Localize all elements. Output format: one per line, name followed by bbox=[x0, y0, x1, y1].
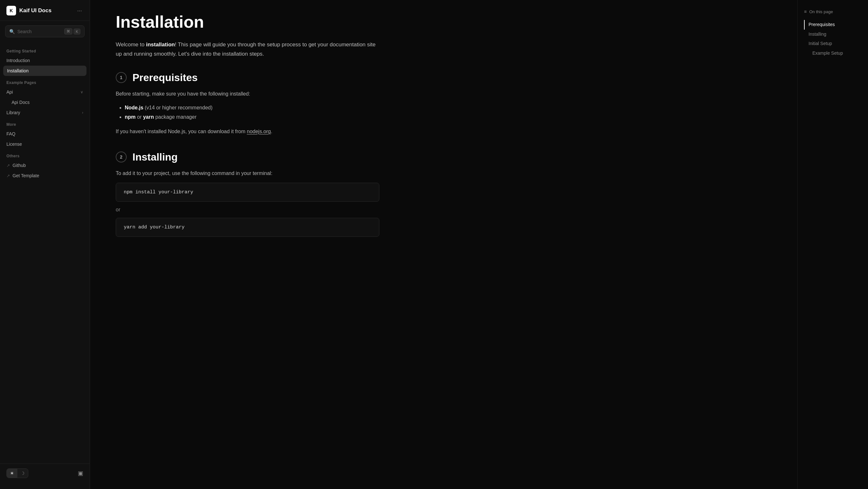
prerequisites-section: 1 Prerequisites Before starting, make su… bbox=[116, 72, 379, 136]
search-kbd-cmd: ⌘ bbox=[64, 28, 72, 34]
search-kbd: ⌘ K bbox=[64, 28, 81, 34]
library-chevron-icon: › bbox=[82, 110, 83, 115]
logo-title: Kaif UI Docs bbox=[19, 7, 52, 14]
sidebar-item-introduction[interactable]: Introduction bbox=[0, 55, 90, 66]
installing-number: 2 bbox=[116, 151, 127, 163]
page-title: Installation bbox=[116, 13, 772, 31]
sidebar-item-github[interactable]: ↗ Github bbox=[0, 160, 90, 171]
sidebar-item-api-docs[interactable]: Api Docs bbox=[0, 97, 90, 108]
prerequisites-footer: If you haven't installed Node.js, you ca… bbox=[116, 127, 379, 136]
layout-toggle-icon[interactable]: ▣ bbox=[78, 470, 83, 477]
installing-title: Installing bbox=[132, 151, 178, 163]
code-block-yarn: yarn add your-library bbox=[116, 218, 379, 237]
page-intro: Welcome to installation! This page will … bbox=[116, 40, 379, 59]
logo-area: K Kaif UI Docs bbox=[6, 6, 52, 16]
sidebar-item-get-template[interactable]: ↗ Get Template bbox=[0, 171, 90, 181]
theme-light-button[interactable]: ☀ bbox=[7, 469, 18, 478]
sidebar: K Kaif UI Docs ··· 🔍 Search ⌘ K Getting … bbox=[0, 0, 90, 489]
toc-item-installing[interactable]: Installing bbox=[804, 30, 862, 39]
theme-dark-button[interactable]: ☽ bbox=[18, 469, 28, 478]
get-template-external-icon: ↗ bbox=[6, 173, 10, 178]
toc-header-label: On this page bbox=[809, 9, 833, 14]
toc-item-example-setup[interactable]: Example Setup bbox=[804, 49, 862, 58]
sidebar-item-api[interactable]: Api ∨ bbox=[0, 87, 90, 97]
or-divider: or bbox=[116, 207, 379, 213]
nodejs-link[interactable]: nodejs.org bbox=[247, 129, 271, 134]
prerequisites-number: 1 bbox=[116, 72, 127, 83]
sidebar-item-library[interactable]: Library › bbox=[0, 108, 90, 118]
sidebar-item-license[interactable]: License bbox=[0, 139, 90, 149]
example-pages-section-label: Example Pages bbox=[0, 76, 90, 87]
toc-item-prerequisites[interactable]: Prerequisites bbox=[804, 20, 862, 30]
sidebar-footer: ☀ ☽ ▣ bbox=[0, 464, 90, 483]
code-block-npm: npm install your-library bbox=[116, 183, 379, 202]
toc-lines-icon: ≡ bbox=[804, 9, 807, 14]
sidebar-item-faq[interactable]: FAQ bbox=[0, 129, 90, 139]
main-content: Installation Welcome to installation! Th… bbox=[90, 0, 797, 489]
more-section-label: More bbox=[0, 118, 90, 129]
api-chevron-icon: ∨ bbox=[81, 90, 83, 94]
getting-started-section-label: Getting Started bbox=[0, 45, 90, 55]
prerequisites-heading-row: 1 Prerequisites bbox=[116, 72, 379, 84]
search-icon: 🔍 bbox=[9, 29, 15, 34]
installing-desc: To add it to your project, use the follo… bbox=[116, 169, 379, 178]
prerequisites-title: Prerequisites bbox=[132, 72, 198, 84]
search-bar[interactable]: 🔍 Search ⌘ K bbox=[5, 25, 85, 37]
prerequisites-list: Node.js (v14 or higher recommended) npm … bbox=[116, 103, 379, 122]
toc-panel: ≡ On this page Prerequisites Installing … bbox=[797, 0, 868, 489]
search-kbd-k: K bbox=[73, 29, 81, 34]
toc-item-initial-setup[interactable]: Initial Setup bbox=[804, 39, 862, 49]
sidebar-header: K Kaif UI Docs ··· bbox=[0, 0, 90, 21]
sidebar-item-installation[interactable]: Installation bbox=[3, 66, 87, 76]
github-external-icon: ↗ bbox=[6, 163, 10, 168]
toc-header: ≡ On this page bbox=[804, 9, 862, 14]
sidebar-nav: Getting Started Introduction Installatio… bbox=[0, 42, 90, 464]
theme-toggle: ☀ ☽ bbox=[6, 468, 28, 478]
list-item: Node.js (v14 or higher recommended) bbox=[125, 103, 379, 113]
prerequisites-desc: Before starting, make sure you have the … bbox=[116, 89, 379, 98]
logo-icon: K bbox=[6, 6, 16, 16]
list-item: npm or yarn package manager bbox=[125, 113, 379, 122]
more-options-icon[interactable]: ··· bbox=[76, 6, 83, 16]
others-section-label: Others bbox=[0, 149, 90, 160]
installing-section: 2 Installing To add it to your project, … bbox=[116, 151, 379, 237]
installing-heading-row: 2 Installing bbox=[116, 151, 379, 163]
search-placeholder: Search bbox=[18, 29, 62, 34]
